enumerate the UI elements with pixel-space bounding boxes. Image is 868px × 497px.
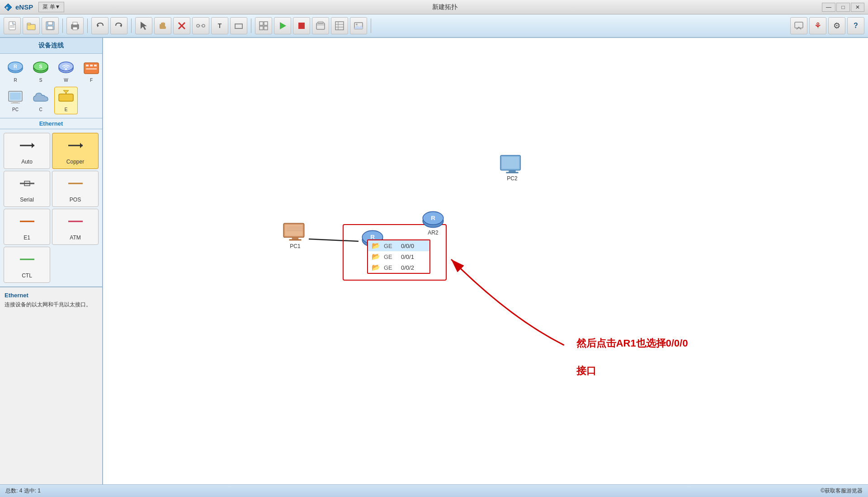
port-ge-0-0-0[interactable]: 📂 GE 0/0/0 [368, 240, 429, 251]
node-pc1[interactable]: PC1 [282, 218, 309, 249]
svg-rect-59 [13, 101, 18, 103]
port-ge-0-0-2-type: GE [384, 264, 397, 271]
device-firewall[interactable]: F [80, 57, 103, 85]
svg-rect-20 [160, 26, 166, 29]
app-logo-text: eNSP [15, 3, 33, 11]
cable-auto[interactable]: Auto [4, 133, 50, 169]
node-ar2[interactable]: R AR2 [420, 204, 447, 236]
cable-ctl[interactable]: CTL [4, 247, 50, 283]
svg-rect-30 [264, 26, 268, 30]
new-button[interactable] [4, 17, 21, 34]
print-button[interactable] [66, 17, 84, 34]
select-button[interactable] [135, 17, 152, 34]
pc2-label: PC2 [507, 175, 517, 182]
save-button[interactable] [42, 17, 59, 34]
svg-rect-26 [235, 24, 242, 28]
node-pc2[interactable]: PC2 [499, 150, 526, 182]
topo-button[interactable] [331, 17, 348, 34]
svg-point-84 [423, 215, 443, 228]
cable-copper[interactable]: Copper [52, 133, 99, 169]
cable-ctl-icon [18, 251, 36, 271]
rectangle-button[interactable] [230, 17, 247, 34]
toolbar-sep-4 [251, 19, 251, 33]
svg-rect-75 [285, 225, 302, 236]
pc1-label: PC1 [290, 243, 300, 249]
huawei-button[interactable]: ⚘ [809, 17, 826, 34]
device-switch-label: S [39, 78, 42, 83]
canvas[interactable]: PC1 R AR1 R AR2 [103, 38, 868, 484]
svg-rect-56 [86, 68, 97, 70]
svg-marker-67 [80, 143, 83, 148]
svg-rect-74 [283, 223, 304, 237]
svg-rect-53 [86, 65, 89, 66]
svg-rect-28 [264, 22, 268, 25]
cable-e1[interactable]: E1 [4, 209, 50, 245]
window-title: 新建拓扑 [68, 3, 822, 11]
port-ge-0-0-0-id: 0/0/0 [401, 243, 414, 249]
play-button[interactable] [274, 17, 291, 34]
port-ge-0-0-1[interactable]: 📂 GE 0/0/1 [368, 251, 429, 262]
chat-button[interactable] [790, 17, 807, 34]
connect-button[interactable] [192, 17, 209, 34]
cable-atm-icon [66, 213, 85, 233]
svg-marker-63 [63, 90, 69, 93]
settings-button[interactable]: ⚙ [828, 17, 845, 34]
svg-point-23 [197, 24, 199, 27]
minimize-button[interactable]: — [822, 3, 835, 12]
hand-button[interactable] [154, 17, 171, 34]
device-cloud[interactable]: C [29, 87, 52, 114]
toolbar: T ⚘ ⚙ ? [0, 14, 868, 38]
pc1-icon [282, 218, 309, 242]
menu-button[interactable]: 菜 单▼ [38, 2, 64, 12]
text-button[interactable]: T [211, 17, 228, 34]
close-button[interactable]: ✕ [851, 3, 864, 12]
ar2-label: AR2 [428, 230, 438, 236]
port-dropdown[interactable]: 📂 GE 0/0/0 📂 GE 0/0/1 📂 GE 0/0/2 [367, 239, 430, 274]
device-router[interactable]: R R [4, 57, 27, 85]
svg-rect-33 [316, 23, 325, 29]
device-ethernet-label: E [65, 107, 68, 112]
capture-button[interactable] [312, 17, 329, 34]
device-switch[interactable]: S S [29, 57, 52, 85]
svg-marker-65 [32, 143, 34, 148]
svg-text:S: S [39, 64, 42, 69]
undo-button[interactable] [91, 17, 108, 34]
maximize-button[interactable]: □ [836, 3, 850, 12]
cable-serial-icon [18, 175, 36, 195]
cable-pos-label: POS [70, 197, 81, 203]
info-box: Ethernet 连接设备的以太网和千兆以太接口。 [0, 287, 102, 484]
status-count: 总数: 4 选中: 1 [5, 487, 41, 495]
svg-rect-6 [27, 23, 31, 25]
svg-rect-32 [298, 23, 305, 29]
redo-button[interactable] [110, 17, 127, 34]
ar2-icon: R [420, 204, 447, 229]
image-button[interactable] [350, 17, 367, 34]
svg-rect-87 [500, 155, 521, 170]
cable-serial[interactable]: Serial [4, 171, 50, 207]
stop-button[interactable] [293, 17, 310, 34]
titlebar: e eNSP 菜 单▼ 新建拓扑 — □ ✕ [0, 0, 868, 14]
toolbar-sep-2 [87, 19, 88, 33]
cable-atm[interactable]: ATM [52, 209, 99, 245]
cable-pos[interactable]: POS [52, 171, 99, 207]
device-wireless[interactable]: W [54, 57, 78, 85]
annotation-line2: 接口 [576, 365, 596, 376]
statusbar: 总数: 4 选中: 1 ©获取客服游览器 [0, 484, 868, 497]
svg-marker-13 [97, 24, 99, 27]
help-button[interactable]: ? [847, 17, 864, 34]
cable-atm-label: ATM [70, 234, 80, 241]
port-ge-0-0-2[interactable]: 📂 GE 0/0/2 [368, 262, 429, 273]
zoom-fit-button[interactable] [255, 17, 272, 34]
cable-e1-icon [18, 213, 36, 233]
annotation-text: 然后点击AR1也选择0/0/0 接口 [560, 323, 688, 392]
delete-button[interactable] [173, 17, 190, 34]
toolbar-sep-5 [371, 19, 371, 33]
info-text: 连接设备的以太网和千兆以太接口。 [5, 300, 98, 309]
window-controls: — □ ✕ [822, 3, 864, 12]
device-ethernet[interactable]: E [54, 87, 78, 114]
open-button[interactable] [23, 17, 40, 34]
app-logo-icon: e [4, 3, 13, 12]
device-cloud-label: C [39, 107, 42, 112]
cable-copper-label: Copper [66, 159, 84, 165]
device-pc[interactable]: PC [4, 87, 27, 114]
